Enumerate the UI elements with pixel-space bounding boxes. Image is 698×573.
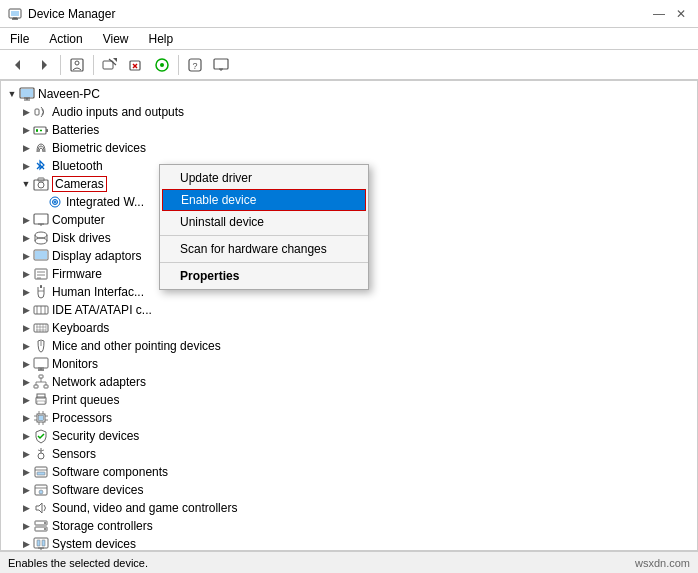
svg-rect-26 [35, 109, 39, 115]
expand-root[interactable]: ▼ [5, 87, 19, 101]
toolbar-separator-1 [60, 55, 61, 75]
expand-bluetooth[interactable]: ▶ [19, 159, 33, 173]
expand-processors[interactable]: ▶ [19, 411, 33, 425]
svg-rect-93 [37, 472, 45, 475]
scan-hardware-button[interactable] [150, 53, 174, 77]
tree-item-print[interactable]: ▶ Print queues [1, 391, 697, 409]
storage-icon [33, 518, 49, 534]
svg-rect-71 [44, 385, 48, 388]
svg-point-8 [75, 61, 79, 65]
tree-item-monitors[interactable]: ▶ Monitors [1, 355, 697, 373]
expand-sound[interactable]: ▶ [19, 501, 33, 515]
expand-display[interactable]: ▶ [19, 249, 33, 263]
svg-rect-78 [37, 401, 45, 404]
close-button[interactable]: ✕ [672, 5, 690, 23]
tree-item-storage[interactable]: ▶ Storage controllers [1, 517, 697, 535]
ctx-uninstall-device[interactable]: Uninstall device [160, 211, 368, 233]
expand-cameras[interactable]: ▼ [19, 177, 33, 191]
expand-network[interactable]: ▶ [19, 375, 33, 389]
expand-security[interactable]: ▶ [19, 429, 33, 443]
tree-item-keyboards[interactable]: ▶ Keyboards [1, 319, 697, 337]
update-driver-button[interactable] [98, 53, 122, 77]
tree-item-batteries[interactable]: ▶ Batteries [1, 121, 697, 139]
tree-item-processors[interactable]: ▶ Processors [1, 409, 697, 427]
expand-sensors[interactable]: ▶ [19, 447, 33, 461]
tree-item-ide[interactable]: ▶ IDE ATA/ATAPI c... [1, 301, 697, 319]
ctx-enable-device[interactable]: Enable device [162, 189, 366, 211]
svg-rect-103 [42, 540, 45, 546]
expand-keyboards[interactable]: ▶ [19, 321, 33, 335]
status-bar: Enables the selected device. wsxdn.com [0, 551, 698, 573]
monitor-icon [33, 356, 49, 372]
tree-item-mice[interactable]: ▶ Mice and other pointing devices [1, 337, 697, 355]
display-icon [33, 248, 49, 264]
expand-computer[interactable]: ▶ [19, 213, 33, 227]
svg-point-89 [38, 453, 44, 459]
svg-rect-47 [35, 269, 47, 279]
svg-rect-22 [21, 89, 33, 97]
expand-mice[interactable]: ▶ [19, 339, 33, 353]
svg-point-37 [54, 201, 56, 203]
svg-point-99 [44, 522, 46, 524]
back-button[interactable] [6, 53, 30, 77]
computer-icon [19, 86, 35, 102]
forward-button[interactable] [32, 53, 56, 77]
svg-marker-10 [113, 58, 117, 62]
context-menu: Update driver Enable device Uninstall de… [159, 164, 369, 290]
uninstall-button[interactable] [124, 53, 148, 77]
sound-label: Sound, video and game controllers [52, 501, 237, 515]
system-icon [33, 536, 49, 551]
tree-item-sound[interactable]: ▶ Sound, video and game controllers [1, 499, 697, 517]
expand-softwarecomp[interactable]: ▶ [19, 465, 33, 479]
ctx-scan-hardware[interactable]: Scan for hardware changes [160, 238, 368, 260]
svg-rect-46 [35, 251, 47, 259]
network-label: Network adapters [52, 375, 146, 389]
watermark: wsxdn.com [635, 557, 690, 569]
menu-action[interactable]: Action [45, 31, 86, 47]
svg-rect-65 [34, 358, 48, 368]
tree-item-security[interactable]: ▶ Security devices [1, 427, 697, 445]
sensor-icon [33, 446, 49, 462]
expand-batteries[interactable]: ▶ [19, 123, 33, 137]
expand-system[interactable]: ▶ [19, 537, 33, 551]
tree-item-sensors[interactable]: ▶ Sensors [1, 445, 697, 463]
expand-disk[interactable]: ▶ [19, 231, 33, 245]
tree-item-network[interactable]: ▶ Network adapters [1, 373, 697, 391]
tree-item-system[interactable]: ▶ System devices [1, 535, 697, 551]
audio-icon [33, 104, 49, 120]
expand-storage[interactable]: ▶ [19, 519, 33, 533]
tree-item-softwarecomp[interactable]: ▶ Software components [1, 463, 697, 481]
tree-root[interactable]: ▼ Naveen-PC [1, 85, 697, 103]
expand-hid[interactable]: ▶ [19, 285, 33, 299]
processors-label: Processors [52, 411, 112, 425]
menu-bar: File Action View Help [0, 28, 698, 50]
firmware-icon [33, 266, 49, 282]
mouse-icon [33, 338, 49, 354]
ctx-separator-1 [160, 235, 368, 236]
svg-rect-102 [37, 540, 40, 546]
expand-softwaredev[interactable]: ▶ [19, 483, 33, 497]
svg-point-41 [35, 232, 47, 238]
expand-ide[interactable]: ▶ [19, 303, 33, 317]
properties-button[interactable] [65, 53, 89, 77]
minimize-button[interactable]: — [650, 5, 668, 23]
expand-monitors[interactable]: ▶ [19, 357, 33, 371]
cameras-label: Cameras [52, 176, 107, 192]
disk-label: Disk drives [52, 231, 111, 245]
ctx-properties[interactable]: Properties [160, 265, 368, 287]
expand-print[interactable]: ▶ [19, 393, 33, 407]
menu-help[interactable]: Help [145, 31, 178, 47]
menu-view[interactable]: View [99, 31, 133, 47]
tree-view[interactable]: ▼ Naveen-PC ▶ [0, 80, 698, 551]
tree-item-biometric[interactable]: ▶ Biometric devices [1, 139, 697, 157]
expand-biometric[interactable]: ▶ [19, 141, 33, 155]
monitor-button[interactable] [209, 53, 233, 77]
expand-firmware[interactable]: ▶ [19, 267, 33, 281]
expand-audio[interactable]: ▶ [19, 105, 33, 119]
tree-item-softwaredev[interactable]: ▶ Software devices [1, 481, 697, 499]
softwaredev-icon [33, 482, 49, 498]
help-button[interactable]: ? [183, 53, 207, 77]
tree-item-audio[interactable]: ▶ Audio inputs and outputs [1, 103, 697, 121]
menu-file[interactable]: File [6, 31, 33, 47]
ctx-update-driver[interactable]: Update driver [160, 167, 368, 189]
